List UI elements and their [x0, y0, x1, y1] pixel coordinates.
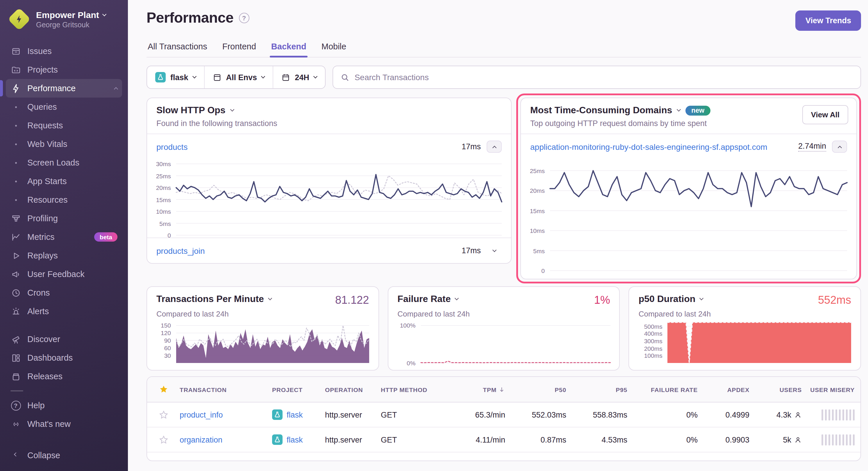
sidebar-collapse-button[interactable]: Collapse [6, 446, 122, 465]
transaction-link[interactable]: products [156, 142, 187, 151]
axis-tick-label: 5ms [151, 221, 171, 227]
column-header[interactable]: P95 [571, 386, 632, 393]
sidebar-item-replays[interactable]: Replays [6, 246, 122, 265]
transactions-table: TRANSACTION PROJECT OPERATION HTTP METHO… [147, 376, 861, 461]
widget-title-dropdown[interactable]: p50 Duration [639, 294, 703, 304]
projects-icon [10, 64, 21, 75]
chevron-down-icon [492, 248, 496, 252]
column-header[interactable]: HTTP METHOD [381, 386, 438, 393]
sidebar-item-label: What's new [27, 419, 71, 429]
column-header[interactable]: P50 [510, 386, 571, 393]
sidebar-item-label: Performance [27, 83, 75, 93]
column-header[interactable]: USERS [754, 386, 806, 393]
flask-project-icon [272, 409, 283, 420]
transaction-link[interactable]: products_join [156, 246, 205, 255]
transaction-link[interactable]: product_info [180, 410, 272, 419]
chevron-down-icon [230, 107, 234, 111]
project-cell[interactable]: flask [272, 434, 325, 445]
axis-tick-label: 25ms [151, 173, 171, 179]
sidebar-item-label: Issues [27, 46, 52, 56]
org-switcher[interactable]: Empower Plant George Gritsouk [0, 0, 128, 34]
sidebar-item-label: Web Vitals [27, 139, 67, 149]
transaction-link[interactable]: organization [180, 435, 272, 444]
tab-frontend[interactable]: Frontend [221, 38, 257, 57]
failure-rate-cell: 0% [632, 435, 702, 444]
panels-row: Slow HTTP Ops Found in the following tra… [147, 94, 861, 283]
sidebar-item-issues[interactable]: Issues [6, 42, 122, 60]
sidebar-item-alerts[interactable]: Alerts [6, 302, 122, 321]
star-outline-icon [158, 410, 168, 419]
search-transactions-input[interactable]: Search Transactions [333, 66, 861, 89]
collapse-row-button[interactable] [487, 140, 502, 153]
sidebar-divider [10, 390, 23, 392]
panel-title-dropdown[interactable]: Slow HTTP Ops [156, 105, 502, 115]
sidebar-item-help[interactable]: ? Help [6, 396, 122, 415]
view-all-button[interactable]: View All [802, 105, 848, 124]
help-circle-icon[interactable]: ? [239, 12, 249, 23]
panel-title-dropdown[interactable]: Most Time-Consuming Domains new [530, 105, 847, 115]
sidebar-item-user-feedback[interactable]: User Feedback [6, 265, 122, 283]
sidebar-item-requests[interactable]: Requests [6, 116, 122, 135]
column-header[interactable]: APDEX [702, 386, 754, 393]
panel-subtitle: Top outgoing HTTP request domains by tim… [530, 119, 847, 128]
axis-tick-label: 0 [151, 232, 171, 239]
transaction-row-products-join: products_join 17ms [147, 238, 511, 263]
bullet-icon [10, 195, 21, 205]
column-header[interactable]: PROJECT [272, 386, 325, 393]
sidebar-item-metrics[interactable]: Metrics beta [6, 228, 122, 246]
tab-backend[interactable]: Backend [270, 38, 308, 57]
column-header[interactable]: OPERATION [325, 386, 381, 393]
sidebar-item-performance[interactable]: Performance [6, 79, 122, 98]
sidebar-item-releases[interactable]: Releases [6, 367, 122, 385]
user-misery-cell [806, 409, 861, 420]
tab-all-transactions[interactable]: All Transactions [147, 38, 209, 57]
chevron-up-icon [114, 87, 118, 91]
axis-tick-label: 200ms [639, 345, 662, 352]
axis-tick-label: 25ms [524, 168, 545, 174]
sidebar-item-discover[interactable]: Discover [6, 330, 122, 348]
active-accent-bar [0, 80, 3, 96]
releases-icon [10, 371, 21, 381]
new-badge: new [685, 105, 710, 115]
column-header[interactable]: TRANSACTION [180, 386, 272, 393]
sidebar-item-crons[interactable]: Crons [6, 283, 122, 302]
star-column-header[interactable] [147, 384, 180, 394]
project-cell[interactable]: flask [272, 409, 325, 420]
widget-title-dropdown[interactable]: Failure Rate [397, 294, 458, 304]
widget-title-dropdown[interactable]: Transactions Per Minute [156, 294, 272, 304]
telescope-icon [10, 334, 21, 344]
time-range-filter[interactable]: 24H [273, 66, 325, 88]
environment-filter[interactable]: All Envs [204, 66, 273, 88]
tab-mobile[interactable]: Mobile [320, 38, 347, 57]
sidebar-item-web-vitals[interactable]: Web Vitals [6, 135, 122, 153]
star-outline-button[interactable] [147, 435, 180, 445]
sidebar-item-dashboards[interactable]: Dashboards [6, 348, 122, 367]
sidebar-item-queries[interactable]: Queries [6, 98, 122, 116]
axis-tick-label: 30ms [151, 161, 171, 167]
widget-value: 81.122 [335, 294, 369, 307]
column-header[interactable]: USER MISERY [806, 386, 861, 393]
column-header[interactable]: FAILURE RATE [632, 386, 702, 393]
project-filter[interactable]: flask [147, 66, 204, 88]
sidebar-item-resources[interactable]: Resources [6, 191, 122, 209]
play-icon [10, 250, 21, 261]
domain-link[interactable]: application-monitoring-ruby-dot-sales-en… [530, 142, 768, 151]
expand-row-button[interactable] [487, 250, 502, 251]
view-trends-button[interactable]: View Trends [796, 10, 861, 31]
axis-tick-label: 20ms [524, 188, 545, 194]
tpm-widget: Transactions Per Minute 81.122 Compared … [147, 286, 379, 371]
collapse-row-button[interactable] [832, 140, 847, 153]
sort-down-icon [498, 386, 505, 393]
beta-badge: beta [94, 232, 118, 242]
bullet-icon [10, 102, 21, 112]
failure-rate-chart: 100%0% [397, 322, 610, 363]
column-header-sorted[interactable]: TPM [438, 386, 510, 393]
sidebar-item-screen-loads[interactable]: Screen Loads [6, 153, 122, 172]
sidebar-item-whats-new[interactable]: What's new [6, 415, 122, 433]
sidebar-item-app-starts[interactable]: App Starts [6, 172, 122, 191]
http-method-cell: GET [381, 410, 438, 419]
sidebar-item-profiling[interactable]: Profiling [6, 209, 122, 228]
sidebar-item-projects[interactable]: Projects [6, 60, 122, 79]
apdex-cell: 0.9903 [702, 435, 754, 444]
star-outline-button[interactable] [147, 410, 180, 419]
